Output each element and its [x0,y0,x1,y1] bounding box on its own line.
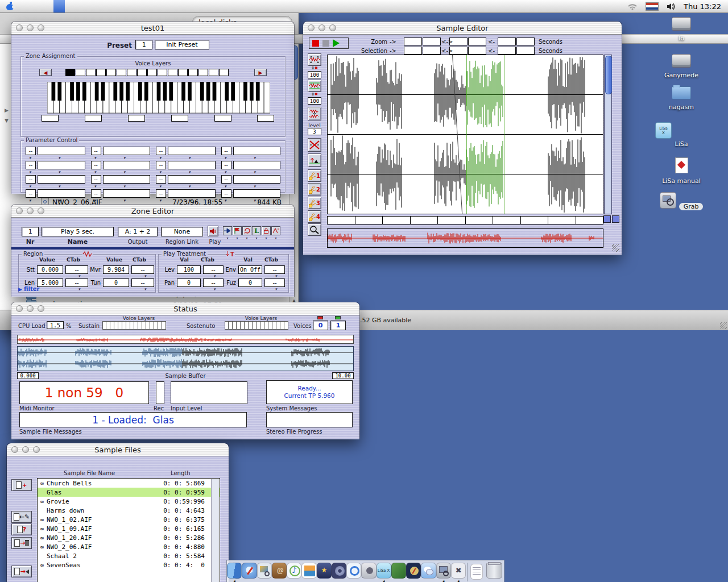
sample-info-button[interactable]: ? [11,523,32,535]
parameter-value-field[interactable]: -- [221,189,231,198]
key-number-field[interactable] [128,115,145,122]
preset-name-field[interactable]: Init Preset [155,40,209,49]
minimize-button[interactable] [27,305,34,312]
dock-icon-imovie[interactable] [317,563,332,579]
parameter-value-field[interactable]: -- [156,189,166,198]
selection-end-marker[interactable] [504,55,504,214]
voice-layer-button[interactable] [96,69,106,76]
sample-file-row-NWO_2_06.AIF[interactable]: ∞ NWO_2_06.AIF 0: 0: 4:880 [38,542,220,551]
value-field[interactable]: 0 [238,278,262,287]
sample-file-row-Harms down[interactable]: Harms down 0: 0: 4:643 [38,506,220,515]
value-field[interactable]: 100 [177,265,201,274]
voice-layer-button[interactable] [147,69,157,76]
parameter-dropdown[interactable] [233,147,281,155]
ctab-field[interactable]: -- [203,278,224,287]
scroll-right-button[interactable] [612,215,619,223]
parameter-value-field[interactable]: -- [91,175,101,184]
key-number-field[interactable] [214,115,231,122]
menu-item[interactable] [31,0,42,13]
zoom-button[interactable] [33,446,40,453]
parameter-value-field[interactable]: -- [26,161,36,169]
voice-layer-button[interactable] [198,69,208,76]
play-zone-button[interactable] [208,226,218,236]
minimize-button[interactable] [22,446,29,453]
selection-start-marker[interactable] [466,55,467,214]
zoom-range-arrow[interactable]: <-> [441,39,453,45]
key-number-field[interactable] [42,115,59,122]
zoom-value-field[interactable] [516,38,535,45]
voices-green-field[interactable]: 1 [330,321,346,330]
voice-layer-button[interactable] [127,69,136,76]
loop-button[interactable] [242,226,251,235]
dock-icon-preview[interactable] [257,563,272,579]
ctab-field[interactable]: -- [131,265,154,274]
scroll-left-button[interactable] [603,215,611,223]
minimize-button[interactable] [27,24,34,31]
value-field[interactable]: 9.984 [103,265,129,274]
add-sample-button[interactable]: ＋ [11,479,32,491]
parameter-value-field[interactable]: -- [221,161,231,169]
voice-layer-button[interactable] [188,69,198,76]
parameter-dropdown[interactable] [38,147,85,155]
ctab-field[interactable]: -- [65,278,88,287]
parameter-value-field[interactable]: -- [156,175,166,184]
resize-grip-icon[interactable] [612,244,619,252]
zoom-value-field[interactable] [468,38,486,45]
ctab-field[interactable]: -- [65,265,88,274]
parameter-value-field[interactable]: -- [26,189,36,198]
voice-layer-button[interactable] [158,69,167,76]
value-field[interactable]: 5.000 [37,278,63,287]
preset-number-field[interactable]: 1 [135,40,152,49]
voice-layer-button[interactable] [168,69,177,76]
voice-layer-button[interactable] [178,69,188,76]
desktop-icon[interactable]: nagasm [655,86,708,111]
zoom-value-field[interactable] [498,38,516,45]
link-mode-button[interactable]: L [252,226,261,235]
desktop-icon[interactable]: Ganymede [655,54,708,79]
parameter-value-field[interactable]: -- [91,161,101,169]
scale-channel1-button[interactable] [308,53,321,66]
menu-bar-clock[interactable]: Thu 13:22 [684,2,721,11]
goto-next-button[interactable] [223,226,232,235]
key-number-field[interactable] [85,115,102,122]
voices-red-field[interactable]: 0 [313,321,328,330]
menu-item[interactable] [42,0,53,13]
menu-item[interactable] [76,0,88,13]
parameter-dropdown[interactable] [103,189,151,198]
piano-keyboard[interactable] [47,82,270,114]
dock-icon-audio-app[interactable] [391,563,406,579]
dock-icon-ichat[interactable] [421,563,436,579]
marker-button[interactable]: 3 [308,197,321,209]
resize-grip-icon[interactable] [720,322,727,329]
parameter-dropdown[interactable] [103,147,151,155]
value-field[interactable]: 0 [103,278,129,287]
stop-button[interactable] [322,40,329,47]
play-sample-button[interactable]: → [11,566,32,577]
parameter-value-field[interactable]: -- [26,147,36,155]
parameter-value-field[interactable]: -- [26,175,36,184]
zoom-value-field[interactable] [423,38,441,45]
parameter-dropdown[interactable] [103,161,151,169]
keyboard-layout-flag-icon[interactable] [646,2,659,11]
parameter-value-field[interactable]: -- [221,175,231,184]
fade-tool-button[interactable] [308,153,321,167]
envelope-button[interactable] [271,226,280,235]
channel2-gain-field[interactable]: 100 [308,97,321,105]
voice-layer-button[interactable] [76,69,85,76]
scrollbar-thumb[interactable] [605,56,612,94]
sample-file-row-Glas[interactable]: Glas 0: 0: 0:959 [38,488,220,497]
selection-end-arrow[interactable]: <- [488,48,495,54]
voice-layer-button[interactable] [65,69,75,76]
value-field[interactable]: 0 [177,278,201,287]
parameter-dropdown[interactable] [38,189,85,198]
voice-layer-button[interactable] [86,69,96,76]
sample-file-row-Church Bells[interactable]: ∞ Church Bells 0: 0: 5:869 [38,479,220,488]
level-field[interactable]: 3 [308,128,321,135]
desktop-icon[interactable]: LiSa manual [655,157,708,185]
region-link-field[interactable]: None [161,227,203,236]
titlebar[interactable]: test01 [11,22,294,35]
selection-value-field[interactable] [516,47,535,55]
dock-icon-grab[interactable]: ▲ [436,563,451,579]
selection-value-field[interactable] [423,47,441,55]
dock-icon-document[interactable] [470,564,483,580]
